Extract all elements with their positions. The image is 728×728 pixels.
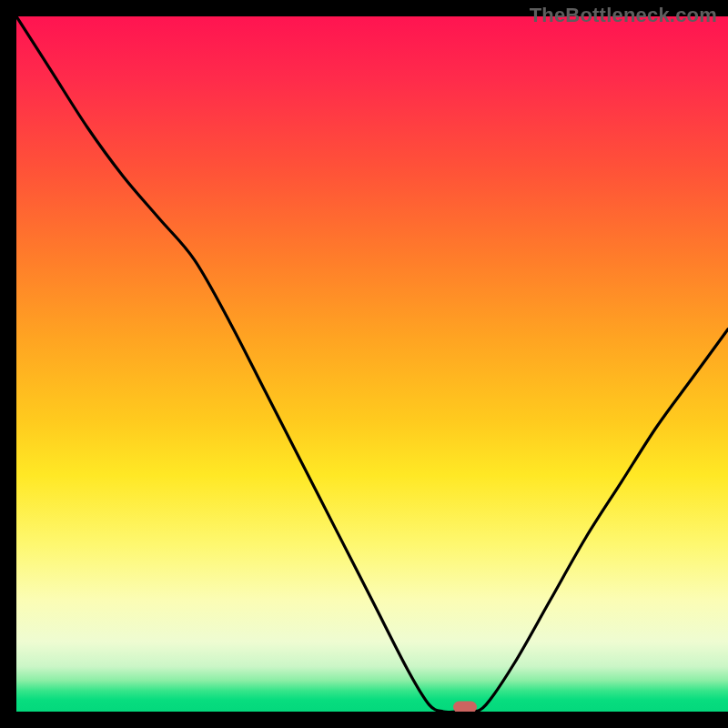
watermark-text: TheBottleneck.com — [530, 4, 717, 27]
bottleneck-curve — [16, 16, 728, 712]
curve-layer — [16, 16, 728, 712]
optimal-point-marker — [453, 702, 477, 713]
chart-frame: TheBottleneck.com — [0, 0, 728, 728]
plot-area — [16, 16, 728, 712]
